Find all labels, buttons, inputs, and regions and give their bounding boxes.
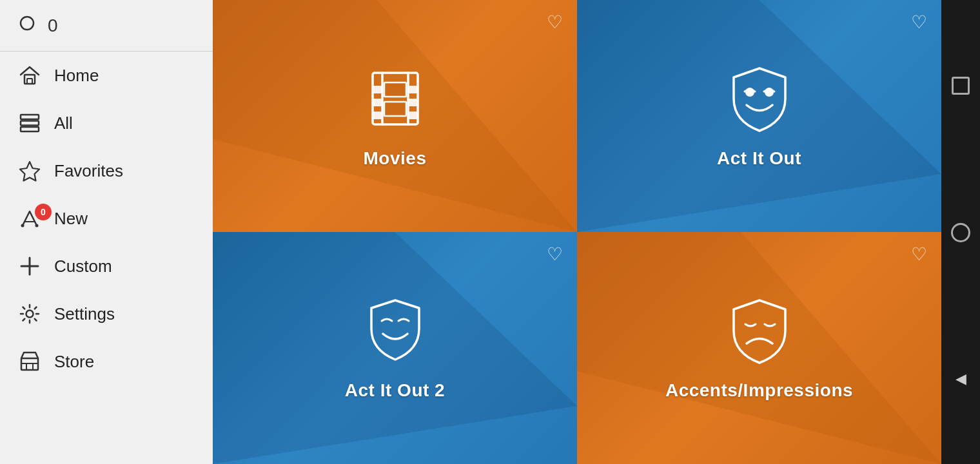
svg-rect-4: [21, 121, 39, 126]
svg-rect-13: [26, 363, 33, 370]
square-button[interactable]: [952, 77, 970, 95]
sad-mask-icon: [721, 295, 798, 369]
sidebar-favorites-label: Favorites: [54, 161, 123, 181]
card-act-it-out[interactable]: ♡ Act It Out: [577, 0, 941, 232]
home-icon: [15, 63, 44, 88]
svg-rect-21: [373, 86, 382, 93]
counter-value: 0: [48, 15, 58, 36]
sidebar-all-label: All: [54, 113, 73, 133]
svg-marker-6: [20, 162, 39, 181]
plus-icon: [15, 254, 44, 278]
sidebar-new-label: New: [54, 209, 88, 229]
svg-rect-27: [384, 82, 406, 97]
sidebar-item-store[interactable]: Store: [0, 338, 213, 385]
sidebar-item-settings[interactable]: Settings: [0, 290, 213, 338]
sidebar-item-favorites[interactable]: Favorites: [0, 147, 213, 195]
moon-toggle-icon[interactable]: [15, 12, 39, 39]
new-badge: 0: [35, 204, 52, 220]
film-icon: [360, 63, 431, 137]
svg-point-0: [21, 17, 34, 30]
sidebar-item-home[interactable]: Home: [0, 52, 213, 99]
comedy-mask-icon: [721, 63, 798, 137]
svg-rect-22: [373, 99, 382, 106]
circle-button[interactable]: [951, 223, 970, 242]
svg-rect-3: [21, 115, 39, 119]
star-icon: [15, 159, 44, 183]
comedy-mask-2-icon: [360, 295, 431, 369]
svg-point-7: [21, 224, 24, 227]
favorite-movies-icon[interactable]: ♡: [547, 12, 563, 33]
act-it-out-2-label: Act It Out 2: [345, 380, 445, 401]
store-icon: [15, 349, 44, 374]
sidebar-store-label: Store: [54, 352, 94, 372]
sidebar-custom-label: Custom: [54, 256, 112, 276]
back-button[interactable]: ◀: [956, 371, 966, 387]
svg-point-8: [35, 224, 39, 227]
act-it-out-label: Act It Out: [717, 148, 801, 169]
svg-rect-24: [408, 86, 418, 93]
svg-rect-23: [373, 111, 382, 119]
sidebar-settings-label: Settings: [54, 304, 115, 324]
card-movies[interactable]: ♡ Movies: [213, 0, 577, 232]
sidebar-item-all[interactable]: All: [0, 99, 213, 147]
sidebar-home-label: Home: [54, 66, 99, 86]
sidebar-header: 0: [0, 0, 213, 52]
sidebar-item-custom[interactable]: Custom: [0, 242, 213, 290]
svg-rect-26: [408, 111, 418, 119]
svg-rect-25: [408, 99, 418, 106]
svg-point-11: [26, 311, 34, 318]
card-accents-impressions[interactable]: ♡ Accents/Impressions: [577, 232, 941, 464]
favorite-accents-impressions-icon[interactable]: ♡: [911, 244, 927, 265]
favorite-act-it-out-icon[interactable]: ♡: [911, 12, 927, 33]
main-content: ♡ Movies ♡: [213, 0, 941, 464]
svg-rect-5: [21, 127, 39, 131]
movies-label: Movies: [364, 148, 427, 169]
favorite-act-it-out-2-icon[interactable]: ♡: [547, 244, 563, 265]
sidebar-item-new[interactable]: 0 New: [0, 195, 213, 242]
right-controls: ◀: [941, 0, 980, 464]
sidebar: 0 Home All Favorites: [0, 0, 213, 464]
all-icon: [15, 111, 44, 135]
gear-icon: [15, 302, 44, 326]
accents-impressions-label: Accents/Impressions: [665, 380, 853, 401]
card-act-it-out-2[interactable]: ♡ Act It Out 2: [213, 232, 577, 464]
svg-rect-28: [384, 102, 406, 116]
